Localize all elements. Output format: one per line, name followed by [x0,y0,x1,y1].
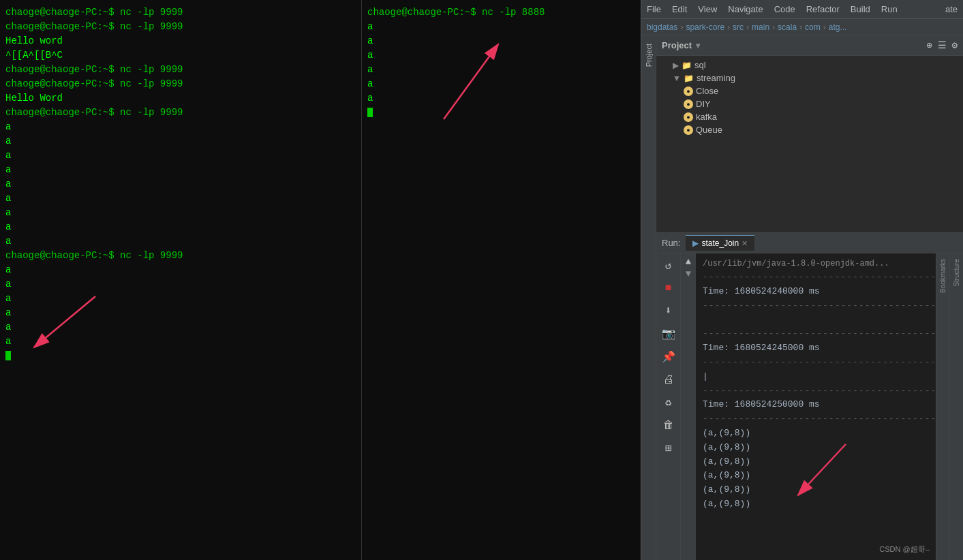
breadcrumb-main[interactable]: main [752,22,769,32]
menu-refactor[interactable]: Refactor [806,4,840,14]
ide-body: Project Project ▾ ⊕ ☰ ⚙ [641,35,963,560]
project-tree: ▶ 📁 sql ▼ 📁 streaming ● Close [656,56,963,232]
breadcrumb-src[interactable]: src [733,22,744,32]
prompt-text: chaoge@chaoge-PC:~$ nc -lp 9999 [5,7,183,18]
csdn-watermark: CSDN @超哥-- [879,544,930,555]
recycle-icon[interactable]: ♻ [662,393,675,412]
terminal-line: a [5,206,356,220]
run-tab-close-button[interactable]: ✕ [742,239,748,248]
tree-item-close[interactable]: ● Close [656,84,963,97]
terminal-header: chaoge@chaoge-PC:~$ nc -lp 8888 [367,5,635,20]
run-tab-icon: ▶ [692,238,699,248]
breadcrumb-atg[interactable]: atg... [829,22,847,32]
project-dropdown-icon[interactable]: ▾ [696,41,700,50]
project-toolbar: Project ▾ ⊕ ☰ ⚙ [656,35,963,56]
nav-up-button[interactable]: ▲ [686,256,691,267]
stop-icon active[interactable]: ■ [662,279,675,297]
prompt-text: chaoge@chaoge-PC:~$ nc -lp 9999 [5,78,183,89]
screenshot-icon[interactable]: 📷 [659,324,678,343]
menu-build[interactable]: Build [851,4,870,14]
run-output-time1: Time: 1680524240000 ms [703,285,929,299]
terminal-left[interactable]: chaoge@chaoge-PC:~$ nc -lp 9999 chaoge@c… [0,0,361,560]
breadcrumb-scala[interactable]: scala [778,22,797,32]
terminal-line: a [5,306,356,320]
tree-label-close: Close [696,86,718,96]
trash-icon[interactable]: 🗑 [660,416,677,435]
settings-icon[interactable]: ⚙ [952,40,958,51]
grid-icon[interactable]: ⊞ [662,439,675,458]
run-tab-state-join[interactable]: ▶ state_Join ✕ [686,235,754,251]
terminal-line: a [5,320,356,335]
terminal-line: a [5,163,356,177]
scala-icon-close: ● [684,87,693,96]
run-output-result5: (a,(9,8)) [703,483,929,497]
nav-down-button[interactable]: ▼ [686,268,691,279]
structure-label: Structure [953,259,960,287]
tree-item-sql[interactable]: ▶ 📁 sql [656,59,963,72]
chevron-down-icon: ▼ [673,74,681,83]
run-output-dashed6: ----------------------------------------… [703,412,929,426]
run-output-time2: Time: 1680524245000 ms [703,341,929,356]
globe-icon[interactable]: ⊕ [926,40,932,51]
restore-layout-icon[interactable]: ⬇ [662,301,675,320]
terminal-line: a [5,220,356,234]
menu-edit[interactable]: Edit [672,4,687,14]
tree-label-streaming: streaming [697,73,735,83]
tree-label-sql: sql [694,60,706,70]
breadcrumb-bigdatas[interactable]: bigdatas [647,22,677,32]
breadcrumb-sep1: › [680,22,683,32]
align-icon[interactable]: ☰ [938,40,947,51]
terminal-line: chaoge@chaoge-PC:~$ nc -lp 9999 [5,249,356,263]
print-icon[interactable]: 🖨 [660,371,677,389]
sidebar-project-label[interactable]: Project [643,41,654,69]
rerun-icon[interactable]: ↺ [662,256,675,275]
terminal-line: chaoge@chaoge-PC:~$ nc -lp 9999 [5,20,356,34]
output-text: Hello Word [5,93,63,104]
run-output-dashed5: ----------------------------------------… [703,384,929,399]
run-output-time3: Time: 1680524250000 ms [703,398,929,412]
right-strips: Bookmarks Structure [936,253,963,560]
folder-icon-sql: 📁 [682,61,692,70]
tree-item-streaming[interactable]: ▼ 📁 streaming [656,72,963,84]
run-output-dashed3: ----------------------------------------… [703,327,929,341]
menu-navigate[interactable]: Navigate [728,4,763,14]
terminal-line [5,349,356,363]
terminal-line: a [367,34,635,48]
terminal-line: a [367,77,635,91]
prompt-text: chaoge@chaoge-PC:~$ nc -lp 9999 [5,107,183,118]
terminal-line: a [5,234,356,249]
cursor-right [367,108,373,117]
terminal-line: a [5,263,356,277]
menu-view[interactable]: View [698,4,717,14]
run-output-blank1 [703,313,929,328]
tree-label-diy: DIY [696,99,711,109]
breadcrumb-spark-core[interactable]: spark-core [686,22,724,32]
terminal-right[interactable]: chaoge@chaoge-PC:~$ nc -lp 8888 a a a a … [361,0,641,560]
menu-file[interactable]: File [647,4,661,14]
breadcrumb-com[interactable]: com [805,22,821,32]
tree-item-queue[interactable]: ● Queue [656,123,963,136]
structure-strip: Structure [949,253,963,560]
run-panel: Run: ▶ state_Join ✕ ↺ ■ ⬇ 📷 📌 [656,233,963,560]
pin-icon[interactable]: 📌 [659,347,678,367]
bookmarks-strip: Bookmarks [936,253,949,560]
terminal-line: Hello Word [5,91,356,106]
terminal-line: a [367,63,635,77]
run-side-icons: ↺ ■ ⬇ 📷 📌 🖨 ♻ 🗑 ⊞ [656,253,681,560]
ide-sidebar-strip: Project [641,35,656,560]
ide-main: Project ▾ ⊕ ☰ ⚙ ▶ 📁 sql [656,35,963,560]
menu-code[interactable]: Code [774,4,795,14]
tree-item-kafka[interactable]: ● kafka [656,110,963,123]
run-output[interactable]: /usr/lib/jvm/java-1.8.0-openjdk-amd... -… [696,253,936,560]
terminal-line: chaoge@chaoge-PC:~$ nc -lp 9999 [5,106,356,120]
run-output-path: /usr/lib/jvm/java-1.8.0-openjdk-amd... [703,258,929,270]
run-output-result4: (a,(9,8)) [703,469,929,483]
terminal-line: chaoge@chaoge-PC:~$ nc -lp 9999 [5,63,356,77]
menu-run[interactable]: Run [881,4,898,14]
terminal-line: a [5,292,356,306]
run-nav-col: ▲ ▼ [681,253,696,560]
tree-item-diy[interactable]: ● DIY [656,97,963,110]
terminal-line [367,106,635,120]
menu-partial-ate: ate [945,4,958,14]
terminal-line: a [5,277,356,292]
